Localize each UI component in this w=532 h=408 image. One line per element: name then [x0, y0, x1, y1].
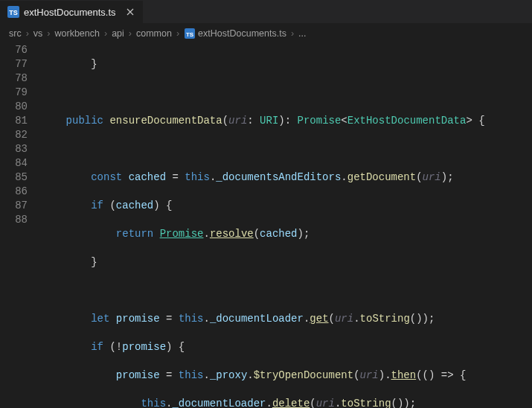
code-line[interactable]: this._documentLoader.delete(uri.toString…	[41, 397, 532, 408]
line-number: 79	[0, 86, 28, 100]
chevron-right-icon: ›	[47, 28, 50, 39]
line-number: 81	[0, 114, 28, 128]
line-number: 77	[0, 57, 28, 71]
code-line[interactable]: if (!promise) {	[41, 340, 532, 354]
line-number: 76	[0, 43, 28, 57]
code-line[interactable]: return Promise.resolve(cached);	[41, 227, 532, 241]
chevron-right-icon: ›	[129, 28, 132, 39]
code-line[interactable]: promise = this._proxy.$tryOpenDocument(u…	[41, 369, 532, 383]
chevron-right-icon: ›	[104, 28, 107, 39]
code-line[interactable]	[41, 86, 532, 100]
breadcrumb-item[interactable]: api	[112, 28, 124, 39]
line-number: 88	[0, 213, 28, 227]
line-number: 85	[0, 170, 28, 185]
chevron-right-icon: ›	[291, 28, 294, 39]
code-line[interactable]: const cached = this._documentsAndEditors…	[41, 170, 532, 185]
line-number: 87	[0, 199, 28, 213]
code-line[interactable]: public ensureDocumentData(uri: URI): Pro…	[41, 114, 532, 128]
line-number: 86	[0, 185, 28, 199]
svg-text:TS: TS	[9, 9, 18, 16]
breadcrumb-bar-top: src › vs › workbench › api › common › TS…	[0, 24, 532, 43]
ts-file-icon: TS	[7, 6, 19, 18]
breadcrumb-item[interactable]: ...	[298, 28, 306, 39]
chevron-right-icon: ›	[176, 28, 179, 39]
breadcrumb-item[interactable]: TS extHostDocuments.ts	[184, 28, 286, 39]
chevron-right-icon: ›	[26, 28, 29, 39]
breadcrumb-item[interactable]: vs	[33, 28, 43, 39]
breadcrumb-item[interactable]: src	[9, 28, 22, 39]
code-line[interactable]: let promise = this._documentLoader.get(u…	[41, 312, 532, 326]
close-icon[interactable]	[125, 7, 135, 17]
code-editor-top[interactable]: 76 77 78 79 80 81 82 83 84 85 86 87 88 }…	[0, 43, 532, 408]
breadcrumb-item[interactable]: common	[136, 28, 172, 39]
code-line[interactable]: }	[41, 255, 532, 270]
breadcrumb-item[interactable]: workbench	[55, 28, 100, 39]
tab-label: extHostDocuments.ts	[24, 7, 116, 18]
code-content[interactable]: } public ensureDocumentData(uri: URI): P…	[41, 43, 532, 408]
editor-pane-top: TS extHostDocuments.ts src › vs › workbe…	[0, 0, 532, 408]
line-number: 84	[0, 156, 28, 170]
line-number: 83	[0, 142, 28, 156]
tab-ext-host-documents[interactable]: TS extHostDocuments.ts	[0, 1, 144, 23]
svg-text:TS: TS	[185, 31, 193, 38]
code-line[interactable]	[41, 284, 532, 298]
line-number: 82	[0, 128, 28, 142]
line-number-gutter: 76 77 78 79 80 81 82 83 84 85 86 87 88	[0, 43, 41, 408]
tabbar: TS extHostDocuments.ts	[0, 0, 532, 24]
code-line[interactable]: if (cached) {	[41, 199, 532, 213]
line-number: 78	[0, 71, 28, 86]
code-line[interactable]	[41, 142, 532, 156]
ts-file-icon: TS	[184, 28, 195, 39]
code-line[interactable]: }	[41, 57, 532, 71]
line-number: 80	[0, 100, 28, 114]
